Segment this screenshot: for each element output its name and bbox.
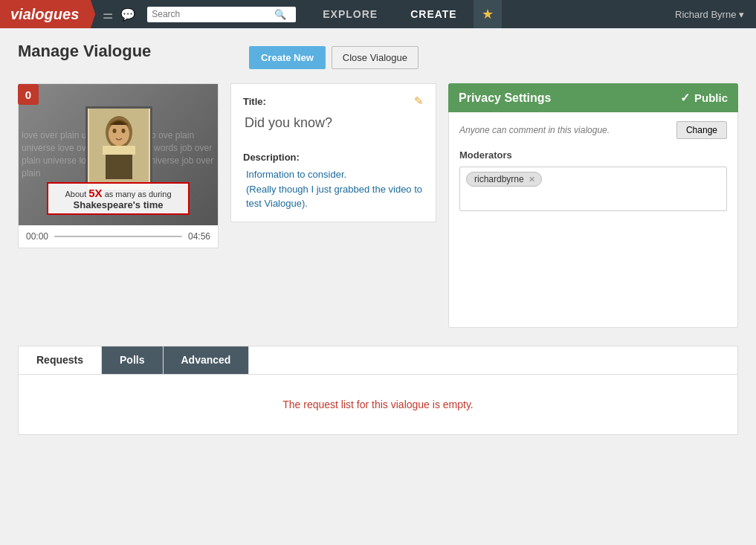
privacy-header-label: Privacy Settings [459, 91, 552, 105]
video-progress-bar[interactable] [54, 236, 182, 237]
top-actions: Create New Close Vialogue [249, 46, 738, 69]
page-title: Manage Vialogue [18, 42, 151, 61]
check-icon: ✓ [680, 91, 690, 105]
favorites-button[interactable]: ★ [474, 0, 502, 28]
privacy-panel: Privacy Settings ✓ Public Anyone can com… [448, 83, 738, 328]
privacy-header: Privacy Settings ✓ Public [448, 83, 738, 112]
nav-links: EXPLORE CREATE [306, 0, 473, 28]
navbar: vialogues ⚌ 💬 🔍 EXPLORE CREATE ★ Richard… [0, 0, 756, 28]
search-input[interactable] [152, 9, 274, 19]
description-label: Description: [243, 152, 424, 163]
tab-polls[interactable]: Polls [102, 346, 163, 374]
page-content: Manage Vialogue Create New Close Vialogu… [0, 28, 756, 545]
tabs-body: The request list for this vialogue is em… [19, 375, 737, 434]
main-area: love over plain universe words job ove p… [18, 83, 738, 328]
public-label: Public [694, 91, 728, 104]
shakespeare-portrait [85, 106, 152, 192]
nav-link-create[interactable]: CREATE [394, 0, 474, 28]
close-vialogue-button[interactable]: Close Vialogue [332, 46, 419, 69]
moderator-tag: richardbyrne ✕ [466, 172, 542, 187]
logo[interactable]: vialogues [0, 0, 95, 28]
svg-point-5 [113, 129, 117, 133]
create-new-button[interactable]: Create New [249, 46, 326, 69]
title-value: Did you know? [243, 115, 424, 131]
badge-wrap: 0 [18, 84, 39, 105]
title-label: Title: [243, 96, 266, 107]
tabs-header: Requests Polls Advanced [19, 346, 737, 375]
svg-rect-3 [103, 146, 135, 155]
comments-icon[interactable]: 💬 [120, 7, 135, 22]
svg-point-4 [109, 122, 129, 146]
remove-moderator-button[interactable]: ✕ [529, 175, 535, 184]
empty-message: The request list for this vialogue is em… [282, 399, 474, 410]
video-caption-box: About 5X as many as during Shakespeare's… [47, 182, 190, 215]
change-privacy-button[interactable]: Change [676, 121, 727, 139]
pencil-icon[interactable]: ✎ [414, 94, 424, 108]
privacy-desc-row: Anyone can comment in this vialogue. Cha… [459, 121, 727, 139]
nav-icons: ⚌ 💬 [95, 7, 143, 22]
svg-point-6 [122, 129, 126, 133]
privacy-desc-text: Anyone can comment in this vialogue. [459, 125, 610, 135]
privacy-body: Anyone can comment in this vialogue. Cha… [448, 112, 738, 328]
profile-icon[interactable]: ⚌ [103, 7, 113, 22]
tab-requests[interactable]: Requests [19, 346, 102, 374]
time-start: 00:00 [26, 231, 48, 242]
title-row: Title: ✎ [243, 94, 424, 108]
moderators-label: Moderators [459, 149, 727, 161]
time-end: 04:56 [188, 231, 210, 242]
user-menu[interactable]: Richard Byrne ▾ [663, 9, 756, 20]
search-bar: 🔍 [147, 7, 296, 22]
edit-panel: Title: ✎ Did you know? Description: Info… [230, 83, 436, 222]
video-thumbnail: love over plain universe words job ove p… [19, 84, 218, 225]
notification-badge: 0 [18, 84, 39, 105]
moderators-box: richardbyrne ✕ [459, 167, 727, 211]
description-text: Information to consider. (Really though … [243, 167, 424, 211]
tab-advanced[interactable]: Advanced [164, 346, 250, 374]
moderator-name: richardbyrne [474, 174, 524, 184]
search-icon: 🔍 [274, 9, 286, 20]
tabs-section: Requests Polls Advanced The request list… [18, 346, 738, 435]
nav-link-explore[interactable]: EXPLORE [306, 0, 394, 28]
video-panel: love over plain universe words job ove p… [18, 83, 219, 248]
video-controls: 00:00 04:56 [19, 225, 218, 248]
public-badge: ✓ Public [680, 91, 728, 105]
